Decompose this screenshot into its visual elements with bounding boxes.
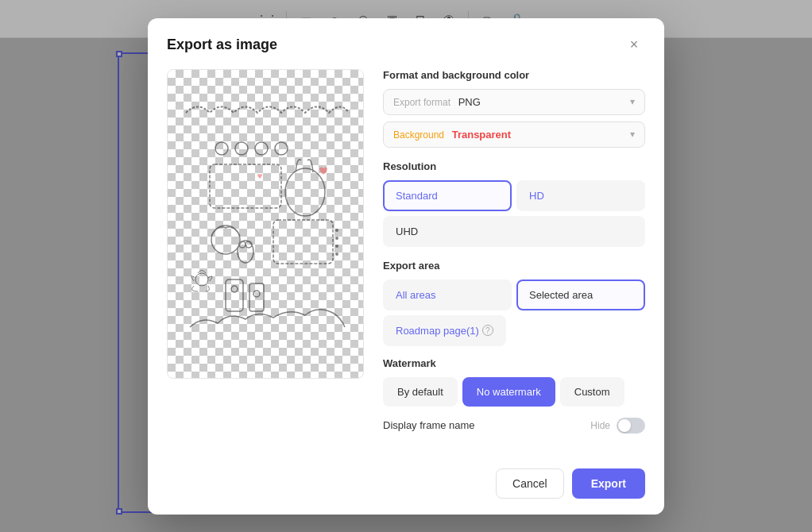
watermark-none-button[interactable]: No watermark <box>462 377 555 407</box>
background-value: Transparent <box>452 129 511 141</box>
modal-title: Export as image <box>167 37 277 53</box>
info-icon: ? <box>482 325 493 336</box>
svg-point-2 <box>255 142 268 155</box>
format-section-label: Format and background color <box>383 69 645 81</box>
preview-area <box>167 69 364 379</box>
cancel-button[interactable]: Cancel <box>496 468 564 499</box>
frame-name-toggle[interactable] <box>617 418 645 434</box>
roadmap-page-button[interactable]: Roadmap page(1) ? <box>383 315 506 346</box>
format-select[interactable]: Export format PNG ▾ <box>383 89 645 115</box>
resolution-grid: Standard HD <box>383 180 645 211</box>
canvas-background: ⋮⋮ ▭ ○ ◎ ▣ ⊡ 👁 ✏ 🔒 ⋯ Export as image × <box>0 0 812 532</box>
svg-point-5 <box>285 168 325 216</box>
svg-point-19 <box>195 273 208 286</box>
format-value: PNG <box>458 96 481 108</box>
svg-point-18 <box>253 291 260 297</box>
watermark-label: Watermark <box>383 357 645 369</box>
svg-rect-4 <box>210 164 281 208</box>
watermark-default-button[interactable]: By default <box>383 377 458 407</box>
svg-point-0 <box>215 142 228 155</box>
export-modal: Export as image × <box>148 18 664 515</box>
svg-point-17 <box>231 286 238 292</box>
hide-label: Hide <box>590 420 610 431</box>
watermark-options: By default No watermark Custom <box>383 377 645 407</box>
background-label: Background <box>393 129 444 141</box>
roadmap-label: Roadmap page(1) <box>396 325 479 337</box>
export-area-grid: All areas Selected area <box>383 279 645 310</box>
modal-overlay: Export as image × <box>0 0 812 532</box>
resolution-hd-button[interactable]: HD <box>516 180 645 211</box>
modal-footer: Cancel Export <box>148 459 664 515</box>
format-select-row: Export format PNG ▾ <box>383 89 645 115</box>
background-select[interactable]: Background Transparent ▾ <box>383 121 645 148</box>
svg-point-7 <box>335 229 338 232</box>
resolution-label: Resolution <box>383 160 645 172</box>
frame-name-row: Display frame name Hide <box>383 411 645 440</box>
format-label: Export format <box>393 97 450 108</box>
export-area-label: Export area <box>383 260 645 272</box>
all-areas-button[interactable]: All areas <box>383 279 512 310</box>
svg-point-9 <box>335 245 338 248</box>
watermark-custom-button[interactable]: Custom <box>560 377 624 407</box>
toggle-area: Hide <box>590 418 645 434</box>
svg-point-1 <box>235 142 248 155</box>
modal-header: Export as image × <box>148 18 664 69</box>
format-chevron-icon: ▾ <box>630 96 635 107</box>
resolution-standard-button[interactable]: Standard <box>383 180 512 211</box>
frame-name-label: Display frame name <box>383 419 475 431</box>
settings-panel: Format and background color Export forma… <box>383 69 645 440</box>
svg-point-3 <box>275 142 288 155</box>
resolution-uhd-button[interactable]: UHD <box>383 216 645 247</box>
background-select-row: Background Transparent ▾ <box>383 121 645 148</box>
toggle-thumb <box>618 419 631 432</box>
svg-point-8 <box>335 237 338 240</box>
selected-area-button[interactable]: Selected area <box>516 279 645 310</box>
svg-rect-6 <box>273 220 333 264</box>
svg-point-10 <box>335 253 338 256</box>
preview-sketch <box>168 70 363 378</box>
export-button[interactable]: Export <box>572 468 645 499</box>
background-chevron-icon: ▾ <box>630 129 635 140</box>
svg-rect-15 <box>226 279 243 311</box>
preview-svg <box>178 89 353 359</box>
close-button[interactable]: × <box>623 34 645 56</box>
modal-body: Format and background color Export forma… <box>148 69 664 459</box>
